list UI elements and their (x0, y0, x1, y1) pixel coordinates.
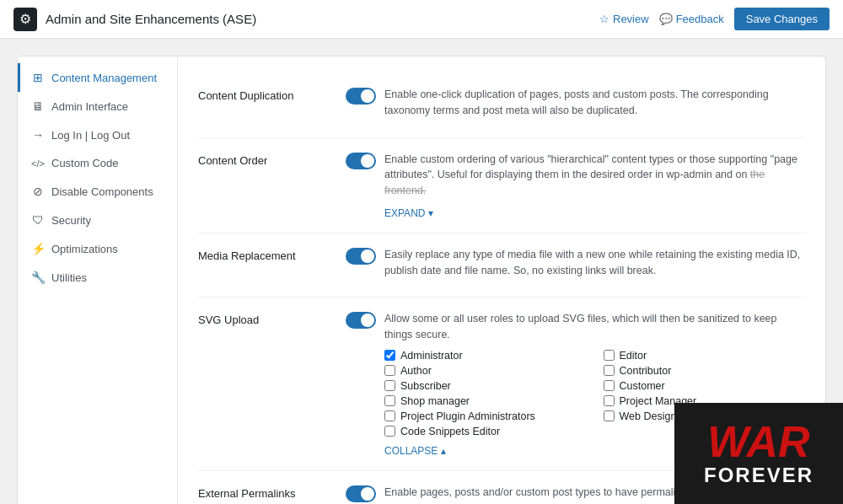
security-icon: 🛡 (31, 213, 45, 227)
app-title: Admin and Site Enhancements (ASE) (46, 12, 256, 26)
feature-label: Content Duplication (198, 87, 329, 104)
sidebar-item-utilities[interactable]: 🔧 Utilities (18, 263, 177, 292)
feature-row-svg-upload: SVG Upload Allow some or all user roles … (198, 298, 805, 471)
sidebar-item-label: Disable Components (51, 185, 153, 198)
main-card: ⊞ Content Management 🖥 Admin Interface →… (17, 56, 826, 504)
toggle-row: Enable one-click duplication of pages, p… (346, 87, 805, 124)
disable-components-icon: ⊘ (31, 185, 45, 198)
toggle-row: Enable custom ordering of various "hiera… (346, 152, 805, 219)
main-container: ⊞ Content Management 🖥 Admin Interface →… (0, 39, 843, 504)
svg-upload-toggle[interactable] (346, 312, 376, 329)
feature-description: Allow some or all user roles to upload S… (384, 311, 805, 343)
custom-code-icon: </> (31, 158, 45, 169)
sidebar-item-admin-interface[interactable]: 🖥 Admin Interface (18, 92, 177, 121)
feature-description-wrapper: Enable pages, posts and/or custom post t… (384, 485, 805, 504)
sidebar: ⊞ Content Management 🖥 Admin Interface →… (18, 56, 178, 504)
sidebar-item-label: Log In | Log Out (51, 129, 130, 142)
feature-description: Enable pages, posts and/or custom post t… (384, 485, 805, 504)
review-button[interactable]: ☆ Review (599, 13, 649, 25)
checkbox-customer[interactable]: Customer (604, 380, 806, 392)
content-order-toggle[interactable] (346, 153, 376, 169)
checkbox-shop-manager[interactable]: Shop manager (384, 395, 587, 407)
sidebar-item-label: Content Management (51, 72, 157, 84)
chat-icon: 💬 (659, 13, 673, 25)
feature-body: Allow some or all user roles to upload S… (346, 311, 805, 457)
feature-row-media-replacement: Media Replacement Easily replace any typ… (198, 233, 805, 298)
sidebar-item-label: Utilities (51, 271, 87, 284)
login-icon: → (31, 128, 45, 142)
sidebar-item-content-management[interactable]: ⊞ Content Management (18, 63, 177, 92)
sidebar-item-custom-code[interactable]: </> Custom Code (18, 149, 177, 177)
checkbox-code-snippets-editor[interactable]: Code Snippets Editor (384, 426, 587, 437)
sidebar-item-label: Security (51, 214, 91, 227)
feature-label: External Permalinks (198, 485, 329, 501)
content-area: Content Duplication Enable one-click dup… (178, 56, 825, 504)
feature-body: Easily replace any type of media file wi… (346, 247, 805, 284)
feature-description: Enable one-click duplication of pages, p… (384, 87, 805, 119)
sidebar-item-log-in-out[interactable]: → Log In | Log Out (18, 121, 177, 149)
feature-row-content-duplication: Content Duplication Enable one-click dup… (198, 73, 805, 138)
header-left: ⚙ Admin and Site Enhancements (ASE) (13, 8, 256, 31)
feature-row-content-order: Content Order Enable custom ordering of … (198, 138, 805, 233)
feature-label: Media Replacement (198, 247, 329, 264)
header: ⚙ Admin and Site Enhancements (ASE) ☆ Re… (0, 0, 843, 39)
checkbox-web-designer[interactable]: Web Designer (604, 410, 806, 422)
content-duplication-toggle[interactable] (346, 88, 376, 105)
sidebar-item-label: Optimizations (51, 243, 118, 255)
sidebar-item-disable-components[interactable]: ⊘ Disable Components (18, 177, 177, 206)
feature-body: Enable one-click duplication of pages, p… (346, 87, 805, 124)
collapse-link[interactable]: COLLAPSE ▴ (384, 445, 446, 457)
utilities-icon: 🔧 (31, 271, 45, 284)
toggle-row: Enable pages, posts and/or custom post t… (346, 485, 805, 504)
feature-label: Content Order (198, 152, 329, 169)
content-management-icon: ⊞ (31, 71, 45, 84)
expand-link[interactable]: EXPAND ▾ (384, 207, 433, 219)
feedback-button[interactable]: 💬 Feedback (659, 13, 724, 25)
checkbox-administrator[interactable]: Administrator (384, 350, 587, 362)
sidebar-item-label: Admin Interface (51, 100, 128, 113)
sidebar-item-label: Custom Code (51, 157, 118, 169)
admin-interface-icon: 🖥 (31, 99, 45, 113)
checkbox-author[interactable]: Author (384, 365, 587, 377)
role-checkboxes: Administrator Editor Author Contributor … (384, 350, 805, 437)
toggle-row: Allow some or all user roles to upload S… (346, 311, 805, 457)
optimizations-icon: ⚡ (31, 242, 45, 255)
feature-description-wrapper: Allow some or all user roles to upload S… (384, 311, 805, 457)
feature-row-external-permalinks: External Permalinks Enable pages, posts … (198, 471, 805, 504)
star-icon: ☆ (599, 13, 609, 25)
checkbox-project-plugin-admins[interactable]: Project Plugin Administrators (384, 410, 587, 422)
checkbox-contributor[interactable]: Contributor (604, 365, 806, 377)
app-logo: ⚙ (13, 8, 37, 31)
feature-label: SVG Upload (198, 311, 329, 328)
toggle-row: Easily replace any type of media file wi… (346, 247, 805, 284)
checkbox-project-manager[interactable]: Project Manager (604, 395, 806, 407)
feature-body: Enable custom ordering of various "hiera… (346, 152, 805, 219)
media-replacement-toggle[interactable] (346, 248, 376, 265)
sidebar-item-security[interactable]: 🛡 Security (18, 206, 177, 234)
header-right: ☆ Review 💬 Feedback Save Changes (599, 8, 830, 30)
checkbox-subscriber[interactable]: Subscriber (384, 380, 587, 392)
feature-description: Enable custom ordering of various "hiera… (384, 152, 805, 199)
feature-body: Enable pages, posts and/or custom post t… (346, 485, 805, 504)
feature-description-wrapper: Enable custom ordering of various "hiera… (384, 152, 805, 219)
checkbox-editor[interactable]: Editor (604, 350, 806, 362)
external-permalinks-toggle[interactable] (346, 485, 376, 502)
sidebar-item-optimizations[interactable]: ⚡ Optimizations (18, 234, 177, 263)
save-changes-button[interactable]: Save Changes (734, 8, 830, 30)
feature-description: Easily replace any type of media file wi… (384, 247, 805, 279)
